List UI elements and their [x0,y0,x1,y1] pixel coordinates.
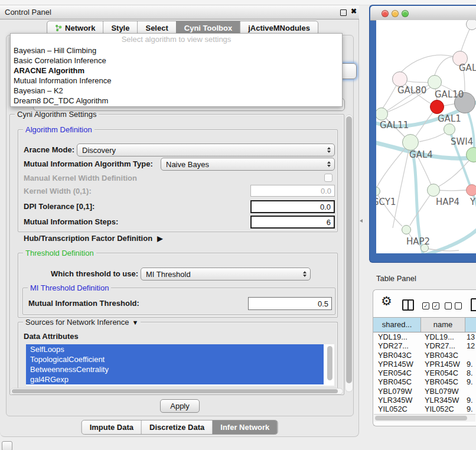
column-header-shared[interactable]: shared... [373,318,421,332]
expand-right-icon [152,234,162,243]
node-label: GAL [459,63,476,73]
mi-threshold-field[interactable] [248,297,332,310]
settings-vertical-scrollbar[interactable] [345,115,353,392]
mi-type-label: Mutual Information Algorithm Type: [24,158,153,170]
select-all-checks-icon[interactable] [422,302,439,309]
node-label: GAL4 [409,149,433,160]
dropdown-item[interactable]: Bayesian – K2 [11,86,342,96]
dropdown-item[interactable]: ARACNE Algorithm [11,66,342,76]
tab[interactable]: Discretize Data [141,420,212,434]
float-icon[interactable] [340,9,347,16]
table-row[interactable]: YBR043C YBR043C [373,351,476,360]
window-button[interactable] [382,10,389,17]
network-canvas[interactable]: GAL GAL80 GAL10 GAL1 GAL11 SWI4 GAL4 GCY… [376,20,476,253]
network-node[interactable] [466,20,476,30]
node-label: GAL11 [380,120,409,131]
table-row[interactable]: YBL079W YBL079W [373,387,476,396]
cyni-settings-title: Cyni Algorithm Settings [15,110,99,119]
tab-label: Discretize Data [149,423,204,432]
dropdown-item[interactable]: Dream8 DC_TDC Algorithm [11,96,342,106]
table-row[interactable]: YER054C YER054C 8. [373,369,476,377]
table-row[interactable]: YDL19... YDL19... 13 [373,332,476,341]
dpi-tolerance-field[interactable] [250,200,335,213]
split-view-icon[interactable] [402,299,414,311]
app-root: Control Panel Network [0,0,476,450]
table-body: YDL19... YDL19... 13 YDR27... YDR27... 1… [373,332,476,414]
column-header-name[interactable]: name [421,318,465,332]
network-node[interactable] [444,123,455,135]
network-window-titlebar[interactable] [370,6,476,21]
table-row[interactable]: YDR27... YDR27... 12 [373,341,476,350]
network-node[interactable] [430,100,444,114]
stepper-arrows-icon [303,271,307,277]
mi-threshold-group-title: MI Threshold Definition [28,283,111,292]
sources-group-title[interactable]: Sources for Network Inference [23,318,141,327]
network-node[interactable] [402,134,419,151]
column-header-third[interactable] [465,318,476,332]
dropdown-item[interactable]: Bayesian – Hill Climbing [11,45,342,56]
scrollbar-thumb[interactable] [375,416,467,420]
which-threshold-select[interactable]: MI Threshold [141,268,311,281]
algorithm-dropdown: Select algorithm to view settings Bayesi… [10,33,343,107]
list-item[interactable]: SelfLoops [26,344,324,354]
node-label: GAL1 [438,113,461,124]
node-label: SWI4 [451,136,473,147]
deselect-checks-icon[interactable] [445,302,462,309]
manual-kernel-checkbox[interactable] [324,174,332,182]
which-threshold-label: Which threshold to use: [51,268,138,280]
mi-steps-field[interactable] [250,216,335,229]
network-node[interactable] [428,75,442,89]
aracne-mode-value: Discovery [82,146,116,155]
dropdown-prompt: Select algorithm to view settings [11,34,342,45]
close-icon[interactable] [351,7,357,15]
list-item[interactable]: TopologicalCoefficient [26,354,324,364]
which-threshold-value: MI Threshold [146,270,191,279]
window-button[interactable] [402,10,409,17]
settings-horizontal-scrollbar[interactable] [10,388,343,394]
window-button[interactable] [392,10,399,17]
list-item[interactable]: BetweennessCentrality [26,364,324,374]
node-label: HAP4 [436,197,459,207]
table-panel: shared... name YDL19... YDL19... 13 YDR2… [373,289,476,426]
apply-button[interactable]: Apply [160,399,200,413]
dropdown-item[interactable]: Basic Correlation Inference [11,56,342,66]
dropdown-item[interactable]: Mutual Information Inference [11,76,342,86]
tab-label: Style [111,24,129,32]
tab[interactable]: Impute Data [82,420,141,434]
mi-type-select[interactable]: Naive Bayes [161,158,335,171]
manual-kernel-label: Manual Kernel Width Definition [24,172,137,184]
document-icon[interactable] [471,298,476,311]
network-node[interactable] [402,225,411,234]
scrollbar-thumb[interactable] [12,389,338,393]
aracne-mode-label: Aracne Mode: [24,144,74,156]
kernel-width-field[interactable] [250,185,335,197]
mi-steps-label: Mutual Information Steps: [24,216,118,228]
collapsed-panel-button[interactable] [2,441,12,450]
gear-icon[interactable] [381,295,392,307]
aracne-mode-select[interactable]: Discovery [77,144,335,156]
control-panel-title: Control Panel [5,5,51,19]
table-row[interactable]: YBR045C YBR045C 9. [373,377,476,386]
mi-type-value: Naive Bayes [166,160,209,169]
node-label: HAP2 [406,236,430,247]
panel-resize-arrow[interactable] [360,219,363,223]
table-row[interactable]: YIL052C YIL052C 9. [373,405,476,413]
dpi-tolerance-label: DPI Tolerance [0,1]: [24,201,94,213]
list-scrollbar-thumb[interactable] [327,346,332,380]
table-horizontal-scrollbar[interactable] [374,414,475,422]
table-row[interactable]: YPR145W YPR145W 9. [373,360,476,369]
list-item[interactable]: gal4RGexp [26,374,324,384]
table-panel-title: Table Panel [376,274,416,283]
hub-definition-expander[interactable]: Hub/Transcription Factor Definition [24,234,162,243]
data-attributes-label: Data Attributes [24,332,79,341]
node-label: GAL10 [435,89,464,100]
tab[interactable]: Infer Network [212,420,277,434]
network-node[interactable] [427,184,440,197]
network-node[interactable] [466,184,476,196]
scrollbar-thumb[interactable] [346,116,352,383]
table-row[interactable]: YLR345W YLR345W 9. [373,396,476,405]
tab-label: Cyni Toolbox [184,24,232,32]
node-label: GCY1 [376,197,396,207]
stepper-arrows-icon [327,161,331,167]
mi-threshold-label: Mutual Information Threshold: [28,298,139,309]
